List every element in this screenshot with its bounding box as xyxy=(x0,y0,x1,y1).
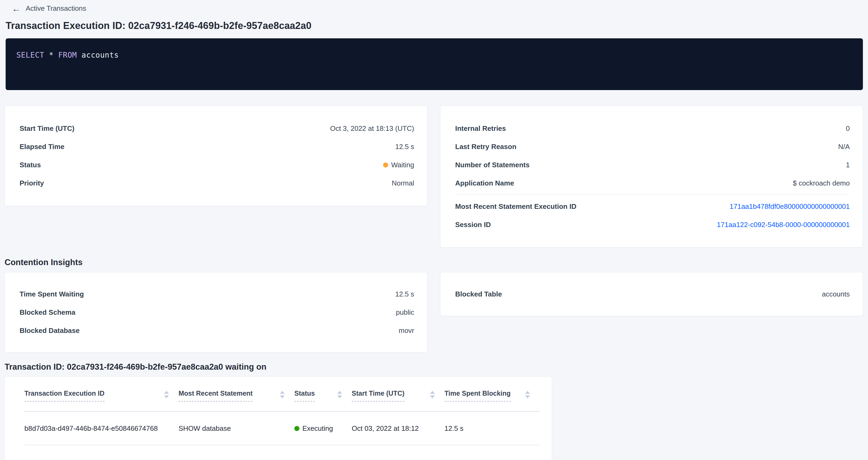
row-application-name: Application Name $ cockroach demo xyxy=(455,174,850,192)
start-time-value: Oct 3, 2022 at 18:13 (UTC) xyxy=(330,124,414,133)
cell-most-recent-statement: SHOW database xyxy=(179,411,294,445)
session-id-link[interactable]: 171aa122-c092-54b8-0000-000000000001 xyxy=(717,221,850,229)
application-name-label: Application Name xyxy=(455,179,514,187)
status-executing-dot-icon xyxy=(294,426,300,431)
row-blocked-database: Blocked Database movr xyxy=(20,321,414,340)
column-label: Start Time (UTC) xyxy=(352,389,404,402)
sort-arrows-icon[interactable] xyxy=(280,391,285,398)
cell-start-time: Oct 03, 2022 at 18:12 xyxy=(352,411,444,445)
number-of-statements-value: 1 xyxy=(846,161,850,169)
priority-label: Priority xyxy=(20,179,44,187)
waiting-on-heading: Transaction ID: 02ca7931-f246-469b-b2fe-… xyxy=(5,362,868,372)
column-label: Status xyxy=(294,389,315,402)
status-label: Status xyxy=(20,161,41,169)
row-blocked-schema: Blocked Schema public xyxy=(20,303,414,321)
start-time-label: Start Time (UTC) xyxy=(20,124,74,133)
sql-keyword: SELECT xyxy=(17,51,44,60)
table-header-row: Transaction Execution ID Most Recent Sta… xyxy=(24,377,539,411)
row-start-time: Start Time (UTC) Oct 3, 2022 at 18:13 (U… xyxy=(20,119,414,137)
overview-cards-row: Start Time (UTC) Oct 3, 2022 at 18:13 (U… xyxy=(5,105,863,247)
application-name-value: $ cockroach demo xyxy=(793,179,850,187)
sort-arrows-icon[interactable] xyxy=(430,391,435,398)
blocked-schema-label: Blocked Schema xyxy=(20,308,75,316)
internal-retries-value: 0 xyxy=(846,124,850,133)
time-spent-waiting-label: Time Spent Waiting xyxy=(20,290,84,298)
table-row: b8d7d03a-d497-446b-8474-e50846674768 SHO… xyxy=(24,411,539,445)
overview-card-left: Start Time (UTC) Oct 3, 2022 at 18:13 (U… xyxy=(5,105,427,206)
waiting-on-table-card: Transaction Execution ID Most Recent Sta… xyxy=(5,377,552,460)
cell-time-spent-blocking: 12.5 s xyxy=(444,411,539,445)
most-recent-statement-execution-id-label: Most Recent Statement Execution ID xyxy=(455,203,576,211)
row-session-id: Session ID 171aa122-c092-54b8-0000-00000… xyxy=(455,216,850,234)
time-spent-waiting-value: 12.5 s xyxy=(395,290,414,298)
elapsed-time-label: Elapsed Time xyxy=(20,143,64,151)
column-header-status[interactable]: Status xyxy=(294,377,352,411)
blocked-database-label: Blocked Database xyxy=(20,327,80,335)
elapsed-time-value: 12.5 s xyxy=(395,143,414,151)
row-status: Status Waiting xyxy=(20,156,414,174)
column-header-transaction-execution-id[interactable]: Transaction Execution ID xyxy=(24,377,179,411)
page-title: Transaction Execution ID: 02ca7931-f246-… xyxy=(6,20,868,31)
row-most-recent-statement-execution-id: Most Recent Statement Execution ID 171aa… xyxy=(455,197,850,216)
breadcrumb-back-active-transactions[interactable]: ← Active Transactions xyxy=(0,0,86,12)
blocked-table-label: Blocked Table xyxy=(455,290,502,298)
row-blocked-table: Blocked Table accounts xyxy=(455,285,850,303)
contention-card-left: Time Spent Waiting 12.5 s Blocked Schema… xyxy=(5,272,427,352)
blocked-table-value: accounts xyxy=(822,290,850,298)
overview-card-right: Internal Retries 0 Last Retry Reason N/A… xyxy=(440,105,863,247)
row-priority: Priority Normal xyxy=(20,174,414,192)
sort-arrows-icon[interactable] xyxy=(337,391,342,398)
status-value: Waiting xyxy=(383,161,414,169)
row-time-spent-waiting: Time Spent Waiting 12.5 s xyxy=(20,285,414,303)
priority-value: Normal xyxy=(392,179,414,187)
blocked-database-value: movr xyxy=(399,327,414,335)
transaction-details-page: ← Active Transactions Transaction Execut… xyxy=(0,0,868,460)
column-header-most-recent-statement[interactable]: Most Recent Statement xyxy=(179,377,294,411)
sql-statement-box: SELECT * FROM accounts xyxy=(6,38,863,90)
row-elapsed-time: Elapsed Time 12.5 s xyxy=(20,137,414,156)
column-label: Time Spent Blocking xyxy=(444,389,511,402)
row-number-of-statements: Number of Statements 1 xyxy=(455,156,850,174)
sort-arrows-icon[interactable] xyxy=(525,391,530,398)
status-text: Executing xyxy=(302,424,333,433)
back-arrow-icon: ← xyxy=(12,5,21,12)
cell-transaction-execution-id: b8d7d03a-d497-446b-8474-e50846674768 xyxy=(24,411,179,445)
last-retry-reason-label: Last Retry Reason xyxy=(455,143,516,151)
contention-card-right: Blocked Table accounts xyxy=(440,272,863,316)
session-id-label: Session ID xyxy=(455,221,491,229)
sql-star: * xyxy=(49,51,54,60)
last-retry-reason-value: N/A xyxy=(838,143,850,151)
contention-cards-row: Time Spent Waiting 12.5 s Blocked Schema… xyxy=(5,272,863,352)
status-text: Waiting xyxy=(391,161,414,169)
sql-keyword: FROM xyxy=(58,51,77,60)
sort-arrows-icon[interactable] xyxy=(164,391,169,398)
column-label: Most Recent Statement xyxy=(179,389,252,402)
column-label: Transaction Execution ID xyxy=(24,389,104,402)
blocked-schema-value: public xyxy=(396,308,414,316)
status-waiting-dot-icon xyxy=(383,162,388,167)
sql-table-name: accounts xyxy=(82,51,119,60)
breadcrumb-label: Active Transactions xyxy=(26,4,86,12)
most-recent-statement-execution-id-link[interactable]: 171aa1b478fdf0e80000000000000001 xyxy=(730,203,850,211)
cell-status: Executing xyxy=(294,411,352,445)
internal-retries-label: Internal Retries xyxy=(455,124,506,133)
column-header-start-time[interactable]: Start Time (UTC) xyxy=(352,377,444,411)
column-header-time-spent-blocking[interactable]: Time Spent Blocking xyxy=(444,377,539,411)
number-of-statements-label: Number of Statements xyxy=(455,161,529,169)
waiting-on-table: Transaction Execution ID Most Recent Sta… xyxy=(24,377,539,445)
row-internal-retries: Internal Retries 0 xyxy=(455,119,850,137)
row-last-retry-reason: Last Retry Reason N/A xyxy=(455,137,850,156)
contention-insights-heading: Contention Insights xyxy=(5,257,868,267)
